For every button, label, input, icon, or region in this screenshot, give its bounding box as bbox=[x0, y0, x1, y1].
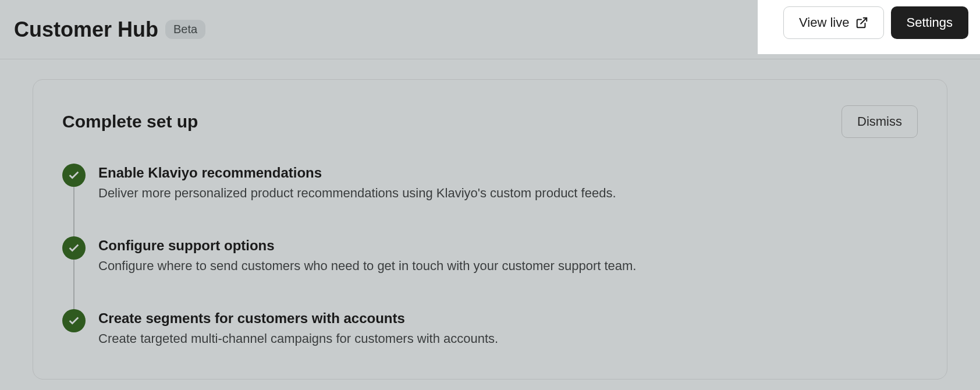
step-complete-marker bbox=[62, 309, 86, 332]
content-area: Complete set up Dismiss Enable Klaviyo r… bbox=[0, 59, 980, 390]
settings-button[interactable]: Settings bbox=[891, 6, 969, 39]
step-title: Enable Klaviyo recommendations bbox=[98, 165, 616, 181]
step-complete-marker bbox=[62, 236, 86, 260]
setup-step[interactable]: Enable Klaviyo recommendations Deliver m… bbox=[62, 164, 918, 236]
view-live-label: View live bbox=[799, 15, 849, 30]
setup-step[interactable]: Create segments for customers with accou… bbox=[62, 309, 918, 348]
header-left: Customer Hub Beta bbox=[14, 17, 205, 42]
page-title: Customer Hub bbox=[14, 17, 158, 42]
step-title: Configure support options bbox=[98, 237, 636, 254]
setup-title: Complete set up bbox=[62, 112, 198, 132]
external-link-icon bbox=[855, 16, 868, 29]
check-icon bbox=[68, 242, 80, 254]
step-body: Configure support options Configure wher… bbox=[98, 236, 636, 275]
check-icon bbox=[68, 314, 80, 327]
beta-badge: Beta bbox=[165, 20, 205, 39]
svg-line-0 bbox=[861, 18, 867, 24]
setup-card: Complete set up Dismiss Enable Klaviyo r… bbox=[33, 79, 947, 380]
step-desc: Configure where to send customers who ne… bbox=[98, 257, 636, 275]
step-title: Create segments for customers with accou… bbox=[98, 310, 498, 327]
step-body: Enable Klaviyo recommendations Deliver m… bbox=[98, 164, 616, 203]
header-actions: View live Settings bbox=[758, 0, 980, 54]
setup-step[interactable]: Configure support options Configure wher… bbox=[62, 236, 918, 309]
step-complete-marker bbox=[62, 164, 86, 187]
step-desc: Deliver more personalized product recomm… bbox=[98, 185, 616, 203]
step-desc: Create targeted multi-channel campaigns … bbox=[98, 330, 498, 348]
step-connector bbox=[73, 187, 74, 237]
setup-steps: Enable Klaviyo recommendations Deliver m… bbox=[62, 164, 918, 348]
check-icon bbox=[68, 169, 80, 182]
step-body: Create segments for customers with accou… bbox=[98, 309, 498, 348]
view-live-button[interactable]: View live bbox=[783, 6, 883, 39]
step-connector bbox=[73, 260, 74, 310]
dismiss-button[interactable]: Dismiss bbox=[841, 105, 918, 138]
setup-card-header: Complete set up Dismiss bbox=[62, 105, 918, 138]
